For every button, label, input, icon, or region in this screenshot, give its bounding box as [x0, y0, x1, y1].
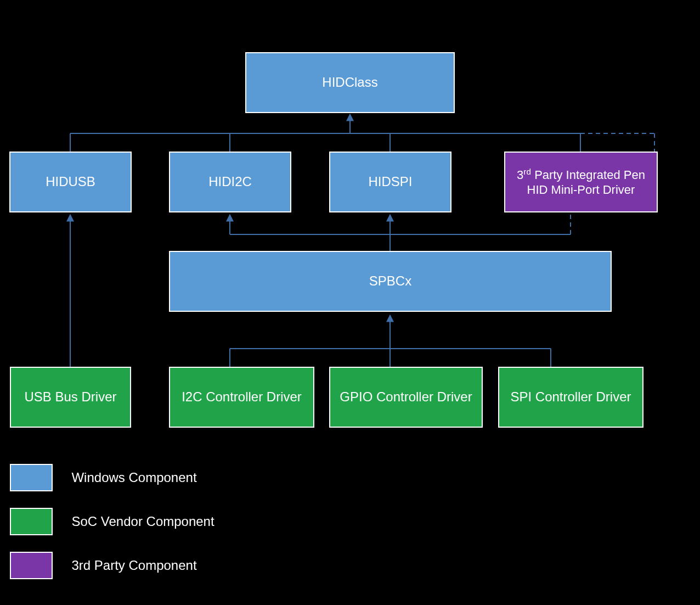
legend-windows: Windows Component: [10, 464, 197, 491]
usb-bus-driver-box: USB Bus Driver: [10, 367, 131, 428]
legend-soc-swatch: [10, 508, 53, 535]
hidusb-box: HIDUSB: [9, 152, 132, 212]
i2c-controller-box: I2C Controller Driver: [169, 367, 314, 428]
hidusb-label: HIDUSB: [46, 174, 95, 190]
usb-bus-driver-label: USB Bus Driver: [24, 389, 116, 405]
hidspi-label: HIDSPI: [368, 174, 412, 190]
i2c-controller-label: I2C Controller Driver: [182, 389, 302, 405]
gpio-controller-box: GPIO Controller Driver: [329, 367, 483, 428]
thirdparty-miniport-box: 3rd Party Integrated Pen HID Mini-Port D…: [504, 152, 658, 212]
spbcx-label: SPBCx: [369, 273, 411, 289]
legend-thirdparty: 3rd Party Component: [10, 552, 197, 579]
driver-stack-diagram: HIDClass HIDUSB HIDI2C HIDSPI 3rd Party …: [0, 0, 700, 605]
legend-soc-label: SoC Vendor Component: [71, 514, 214, 529]
gpio-controller-label: GPIO Controller Driver: [340, 389, 472, 405]
hidi2c-box: HIDI2C: [169, 152, 291, 212]
legend-thirdparty-label: 3rd Party Component: [71, 558, 196, 573]
thirdparty-miniport-label: 3rd Party Integrated Pen HID Mini-Port D…: [517, 167, 645, 197]
legend-windows-label: Windows Component: [71, 470, 196, 485]
legend-thirdparty-swatch: [10, 552, 53, 579]
legend-windows-swatch: [10, 464, 53, 491]
hidspi-box: HIDSPI: [329, 152, 451, 212]
legend-soc: SoC Vendor Component: [10, 508, 214, 535]
hidclass-label: HIDClass: [322, 75, 377, 91]
hidi2c-label: HIDI2C: [208, 174, 252, 190]
hidclass-box: HIDClass: [245, 52, 455, 113]
spi-controller-box: SPI Controller Driver: [498, 367, 643, 428]
spbcx-box: SPBCx: [169, 251, 612, 312]
spi-controller-label: SPI Controller Driver: [510, 389, 631, 405]
